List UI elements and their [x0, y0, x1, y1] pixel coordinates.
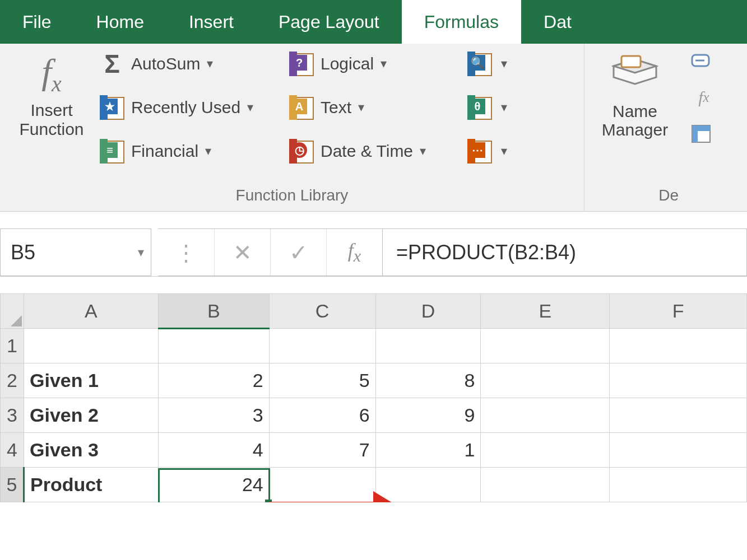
defined-names-label: De: [591, 184, 679, 209]
row-header-4[interactable]: 4: [1, 433, 24, 468]
chevron-down-icon: ▾: [501, 144, 507, 158]
cell-E4[interactable]: [481, 433, 610, 468]
col-header-B[interactable]: B: [158, 294, 269, 329]
row-header-1[interactable]: 1: [1, 329, 24, 363]
cell-F4[interactable]: [610, 433, 747, 468]
ribbon-tabs: File Home Insert Page Layout Formulas Da…: [0, 0, 747, 44]
chevron-down-icon: ▾: [138, 245, 144, 260]
cell-B4[interactable]: 4: [158, 433, 269, 468]
spreadsheet-grid: A B C D E F 1 2 Given 1 2 5: [0, 293, 747, 502]
tab-file[interactable]: File: [0, 0, 74, 44]
datetime-book-icon: ◷: [289, 139, 314, 164]
col-header-F[interactable]: F: [610, 294, 747, 329]
cell-C2[interactable]: 5: [269, 363, 375, 398]
cell-D2[interactable]: 8: [375, 363, 481, 398]
logical-book-icon: ?: [289, 52, 314, 76]
use-in-formula-icon[interactable]: fx: [690, 85, 718, 110]
cell-A1[interactable]: [24, 329, 158, 363]
cell-D3[interactable]: 9: [375, 398, 481, 433]
table-row: 4 Given 3 4 7 1: [1, 433, 747, 468]
cell-B5[interactable]: 24: [158, 468, 269, 502]
cell-C5[interactable]: [269, 468, 375, 502]
col-header-E[interactable]: E: [481, 294, 610, 329]
formula-bar: B5 ▾ ⋮ ✕ ✓ fx =PRODUCT(B2:B4): [0, 228, 747, 277]
logical-button[interactable]: ? Logical ▾: [286, 48, 460, 80]
math-trig-button[interactable]: θ ▾: [464, 92, 514, 123]
row-header-5[interactable]: 5: [1, 468, 24, 502]
cell-B2[interactable]: 2: [158, 363, 269, 398]
datetime-button[interactable]: ◷ Date & Time ▾: [286, 136, 460, 167]
math-book-icon: θ: [467, 95, 492, 120]
lookup-book-icon: 🔍: [467, 52, 492, 76]
tab-pagelayout[interactable]: Page Layout: [256, 0, 402, 44]
cell-F5[interactable]: [610, 468, 747, 502]
column-headers: A B C D E F: [1, 294, 747, 329]
formula-bar-options[interactable]: ⋮: [158, 229, 214, 276]
tab-home[interactable]: Home: [74, 0, 166, 44]
chevron-down-icon: ▾: [358, 100, 364, 115]
chevron-down-icon: ▾: [205, 144, 211, 158]
name-box[interactable]: B5 ▾: [0, 228, 151, 276]
more-functions-button[interactable]: ⋯ ▾: [464, 136, 514, 167]
col-header-A[interactable]: A: [24, 294, 158, 329]
cell-F1[interactable]: [610, 329, 747, 363]
cell-A4[interactable]: Given 3: [24, 433, 158, 468]
star-book-icon: ★: [100, 95, 124, 120]
chevron-down-icon: ▾: [381, 57, 387, 71]
cell-C3[interactable]: 6: [269, 398, 375, 433]
autosum-button[interactable]: Σ AutoSum ▾: [96, 48, 281, 80]
define-name-icon[interactable]: [690, 48, 718, 73]
financial-button[interactable]: ≡ Financial ▾: [96, 136, 281, 167]
financial-book-icon: ≡: [100, 139, 124, 164]
cell-E3[interactable]: [481, 398, 610, 433]
tab-formulas[interactable]: Formulas: [402, 0, 521, 44]
tab-insert[interactable]: Insert: [166, 0, 256, 44]
chevron-down-icon: ▾: [501, 57, 507, 71]
insert-function-button[interactable]: fx Insert Function: [7, 48, 96, 139]
lookup-ref-button[interactable]: 🔍 ▾: [464, 48, 514, 80]
cell-F2[interactable]: [610, 363, 747, 398]
sigma-icon: Σ: [100, 49, 124, 79]
col-header-C[interactable]: C: [269, 294, 375, 329]
cell-E1[interactable]: [481, 329, 610, 363]
enter-button[interactable]: ✓: [270, 229, 326, 276]
create-from-selection-icon[interactable]: [690, 122, 718, 147]
cell-B1[interactable]: [158, 329, 269, 363]
cell-E2[interactable]: [481, 363, 610, 398]
cell-C1[interactable]: [269, 329, 375, 363]
cell-D1[interactable]: [375, 329, 481, 363]
annotation-arrow: [269, 501, 375, 502]
table-row: 2 Given 1 2 5 8: [1, 363, 747, 398]
cell-A3[interactable]: Given 2: [24, 398, 158, 433]
cell-C4[interactable]: 7: [269, 433, 375, 468]
name-manager-button[interactable]: Name Manager: [594, 48, 676, 139]
cell-B3[interactable]: 3: [158, 398, 269, 433]
text-button[interactable]: A Text ▾: [286, 92, 460, 123]
row-header-2[interactable]: 2: [1, 363, 24, 398]
cell-F3[interactable]: [610, 398, 747, 433]
cell-A5[interactable]: Product: [24, 468, 158, 502]
cell-E5[interactable]: [481, 468, 610, 502]
chevron-down-icon: ▾: [247, 100, 253, 115]
text-book-icon: A: [289, 95, 314, 120]
col-header-D[interactable]: D: [375, 294, 481, 329]
defined-names-extra: fx: [685, 44, 747, 211]
cell-A2[interactable]: Given 1: [24, 363, 158, 398]
more-book-icon: ⋯: [467, 139, 492, 164]
table-row: 3 Given 2 3 6 9: [1, 398, 747, 433]
tab-data[interactable]: Dat: [521, 0, 594, 44]
formula-input[interactable]: =PRODUCT(B2:B4): [383, 228, 747, 276]
row-header-3[interactable]: 3: [1, 398, 24, 433]
recently-used-button[interactable]: ★ Recently Used ▾: [96, 92, 281, 123]
svg-rect-2: [621, 56, 641, 67]
chevron-down-icon: ▾: [207, 57, 213, 71]
name-manager-icon: [611, 55, 658, 94]
svg-rect-7: [692, 125, 698, 142]
table-row: 1: [1, 329, 747, 363]
select-all-corner[interactable]: [1, 294, 24, 329]
insert-function-fx[interactable]: fx: [326, 229, 382, 276]
cell-reference: B5: [11, 241, 35, 264]
cell-D4[interactable]: 1: [375, 433, 481, 468]
cancel-button[interactable]: ✕: [214, 229, 270, 276]
function-library-label: Function Library: [7, 184, 577, 209]
